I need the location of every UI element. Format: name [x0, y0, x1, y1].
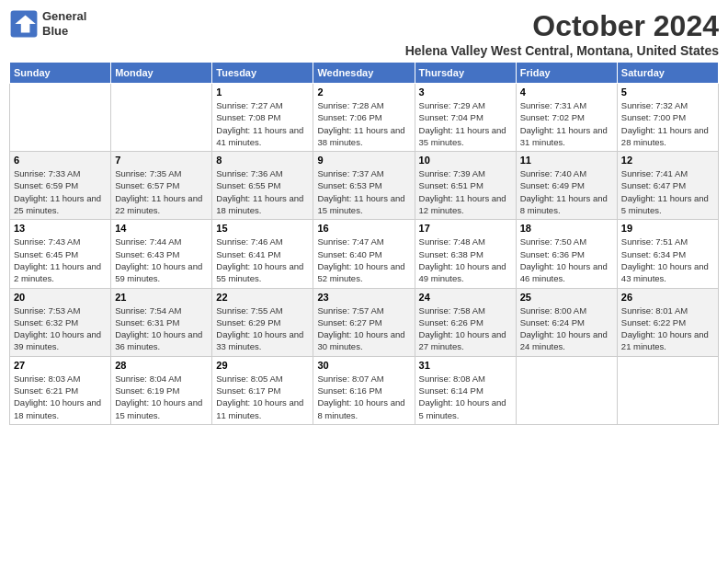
day-number: 30 [317, 360, 410, 371]
calendar-cell: 10Sunrise: 7:39 AM Sunset: 6:51 PM Dayli… [415, 152, 516, 220]
calendar-cell: 23Sunrise: 7:57 AM Sunset: 6:27 PM Dayli… [313, 288, 415, 356]
calendar-cell: 9Sunrise: 7:37 AM Sunset: 6:53 PM Daylig… [313, 152, 415, 220]
calendar-cell: 1Sunrise: 7:27 AM Sunset: 7:08 PM Daylig… [212, 84, 313, 152]
calendar-cell: 15Sunrise: 7:46 AM Sunset: 6:41 PM Dayli… [212, 220, 313, 288]
logo-text: General Blue [42, 9, 86, 38]
page-header: General Blue October 2024 Helena Valley … [9, 9, 719, 58]
calendar-cell: 17Sunrise: 7:48 AM Sunset: 6:38 PM Dayli… [415, 220, 516, 288]
calendar-cell [617, 356, 718, 424]
calendar-table: SundayMondayTuesdayWednesdayThursdayFrid… [9, 62, 719, 425]
calendar-cell: 22Sunrise: 7:55 AM Sunset: 6:29 PM Dayli… [212, 288, 313, 356]
day-number: 31 [419, 360, 512, 371]
calendar-cell [10, 84, 111, 152]
calendar-cell: 16Sunrise: 7:47 AM Sunset: 6:40 PM Dayli… [313, 220, 415, 288]
day-number: 17 [419, 223, 512, 234]
calendar-cell [111, 84, 212, 152]
calendar-cell: 31Sunrise: 8:08 AM Sunset: 6:14 PM Dayli… [415, 356, 516, 424]
day-number: 4 [520, 86, 613, 98]
day-number: 8 [216, 155, 309, 166]
day-number: 3 [419, 86, 512, 98]
calendar-cell: 18Sunrise: 7:50 AM Sunset: 6:36 PM Dayli… [516, 220, 617, 288]
day-info: Sunrise: 7:51 AM Sunset: 6:34 PM Dayligh… [621, 236, 714, 284]
day-info: Sunrise: 7:40 AM Sunset: 6:49 PM Dayligh… [520, 167, 613, 216]
day-info: Sunrise: 7:54 AM Sunset: 6:31 PM Dayligh… [115, 304, 208, 353]
day-number: 22 [216, 292, 309, 303]
day-number: 18 [520, 223, 613, 234]
day-info: Sunrise: 8:05 AM Sunset: 6:17 PM Dayligh… [216, 373, 309, 421]
day-info: Sunrise: 7:46 AM Sunset: 6:41 PM Dayligh… [216, 236, 309, 284]
weekday-header: Tuesday [212, 63, 313, 84]
day-number: 9 [317, 155, 410, 166]
day-info: Sunrise: 7:58 AM Sunset: 6:26 PM Dayligh… [419, 304, 512, 353]
day-number: 20 [14, 292, 107, 303]
day-number: 15 [216, 223, 309, 234]
day-number: 13 [14, 223, 107, 234]
weekday-header: Wednesday [313, 63, 415, 84]
day-number: 26 [621, 292, 714, 303]
day-info: Sunrise: 7:50 AM Sunset: 6:36 PM Dayligh… [520, 236, 613, 284]
calendar-cell: 2Sunrise: 7:28 AM Sunset: 7:06 PM Daylig… [313, 84, 415, 152]
calendar-cell: 28Sunrise: 8:04 AM Sunset: 6:19 PM Dayli… [111, 356, 212, 424]
day-info: Sunrise: 7:39 AM Sunset: 6:51 PM Dayligh… [419, 167, 512, 216]
calendar-cell: 30Sunrise: 8:07 AM Sunset: 6:16 PM Dayli… [313, 356, 415, 424]
day-number: 27 [14, 360, 107, 371]
title-block: October 2024 Helena Valley West Central,… [405, 9, 719, 58]
day-number: 28 [115, 360, 208, 371]
day-info: Sunrise: 7:27 AM Sunset: 7:08 PM Dayligh… [216, 99, 309, 148]
day-info: Sunrise: 7:48 AM Sunset: 6:38 PM Dayligh… [419, 236, 512, 284]
weekday-header: Friday [516, 63, 617, 84]
day-info: Sunrise: 8:07 AM Sunset: 6:16 PM Dayligh… [317, 373, 410, 421]
day-number: 2 [317, 86, 410, 98]
location-title: Helena Valley West Central, Montana, Uni… [405, 43, 719, 58]
day-number: 6 [14, 155, 107, 166]
calendar-cell: 20Sunrise: 7:53 AM Sunset: 6:32 PM Dayli… [10, 288, 111, 356]
calendar-cell: 12Sunrise: 7:41 AM Sunset: 6:47 PM Dayli… [617, 152, 718, 220]
day-number: 7 [115, 155, 208, 166]
day-info: Sunrise: 7:33 AM Sunset: 6:59 PM Dayligh… [14, 167, 107, 216]
calendar-cell: 11Sunrise: 7:40 AM Sunset: 6:49 PM Dayli… [516, 152, 617, 220]
day-info: Sunrise: 8:01 AM Sunset: 6:22 PM Dayligh… [621, 304, 714, 353]
day-number: 12 [621, 155, 714, 166]
calendar-cell: 26Sunrise: 8:01 AM Sunset: 6:22 PM Dayli… [617, 288, 718, 356]
day-info: Sunrise: 7:47 AM Sunset: 6:40 PM Dayligh… [317, 236, 410, 284]
calendar-cell: 27Sunrise: 8:03 AM Sunset: 6:21 PM Dayli… [10, 356, 111, 424]
month-title: October 2024 [405, 9, 719, 43]
calendar-cell: 24Sunrise: 7:58 AM Sunset: 6:26 PM Dayli… [415, 288, 516, 356]
day-info: Sunrise: 8:03 AM Sunset: 6:21 PM Dayligh… [14, 373, 107, 421]
day-number: 5 [621, 86, 714, 98]
day-info: Sunrise: 7:36 AM Sunset: 6:55 PM Dayligh… [216, 167, 309, 216]
calendar-cell: 25Sunrise: 8:00 AM Sunset: 6:24 PM Dayli… [516, 288, 617, 356]
calendar-cell: 21Sunrise: 7:54 AM Sunset: 6:31 PM Dayli… [111, 288, 212, 356]
day-info: Sunrise: 7:32 AM Sunset: 7:00 PM Dayligh… [621, 99, 714, 148]
day-info: Sunrise: 7:37 AM Sunset: 6:53 PM Dayligh… [317, 167, 410, 216]
calendar-cell: 4Sunrise: 7:31 AM Sunset: 7:02 PM Daylig… [516, 84, 617, 152]
calendar-cell: 19Sunrise: 7:51 AM Sunset: 6:34 PM Dayli… [617, 220, 718, 288]
calendar-cell: 29Sunrise: 8:05 AM Sunset: 6:17 PM Dayli… [212, 356, 313, 424]
calendar-cell: 13Sunrise: 7:43 AM Sunset: 6:45 PM Dayli… [10, 220, 111, 288]
weekday-header: Sunday [10, 63, 111, 84]
day-number: 11 [520, 155, 613, 166]
calendar-cell: 14Sunrise: 7:44 AM Sunset: 6:43 PM Dayli… [111, 220, 212, 288]
day-info: Sunrise: 7:31 AM Sunset: 7:02 PM Dayligh… [520, 99, 613, 148]
calendar-cell [516, 356, 617, 424]
day-info: Sunrise: 8:00 AM Sunset: 6:24 PM Dayligh… [520, 304, 613, 353]
day-number: 10 [419, 155, 512, 166]
logo: General Blue [9, 9, 86, 39]
day-info: Sunrise: 7:53 AM Sunset: 6:32 PM Dayligh… [14, 304, 107, 353]
day-number: 23 [317, 292, 410, 303]
day-info: Sunrise: 7:29 AM Sunset: 7:04 PM Dayligh… [419, 99, 512, 148]
day-number: 21 [115, 292, 208, 303]
day-info: Sunrise: 7:44 AM Sunset: 6:43 PM Dayligh… [115, 236, 208, 284]
day-info: Sunrise: 8:08 AM Sunset: 6:14 PM Dayligh… [419, 373, 512, 421]
day-number: 16 [317, 223, 410, 234]
day-number: 29 [216, 360, 309, 371]
calendar-cell: 8Sunrise: 7:36 AM Sunset: 6:55 PM Daylig… [212, 152, 313, 220]
calendar-cell: 7Sunrise: 7:35 AM Sunset: 6:57 PM Daylig… [111, 152, 212, 220]
day-number: 1 [216, 86, 309, 98]
day-info: Sunrise: 7:41 AM Sunset: 6:47 PM Dayligh… [621, 167, 714, 216]
day-info: Sunrise: 8:04 AM Sunset: 6:19 PM Dayligh… [115, 373, 208, 421]
calendar-cell: 3Sunrise: 7:29 AM Sunset: 7:04 PM Daylig… [415, 84, 516, 152]
day-info: Sunrise: 7:35 AM Sunset: 6:57 PM Dayligh… [115, 167, 208, 216]
day-info: Sunrise: 7:55 AM Sunset: 6:29 PM Dayligh… [216, 304, 309, 353]
calendar-cell: 6Sunrise: 7:33 AM Sunset: 6:59 PM Daylig… [10, 152, 111, 220]
